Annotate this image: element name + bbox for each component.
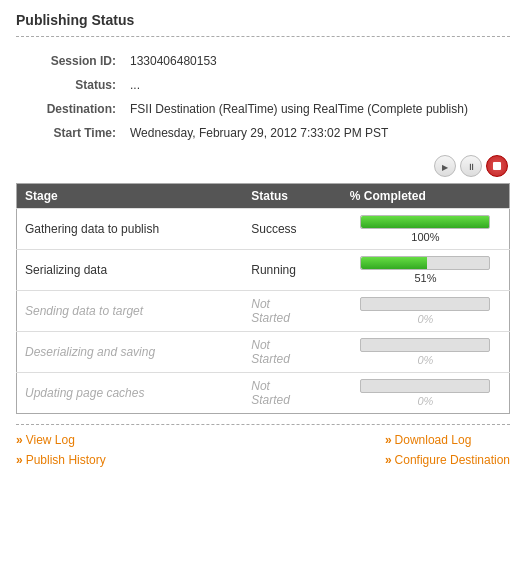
download-log-link[interactable]: Download Log [385,433,510,447]
stage-status: NotStarted [243,373,342,414]
table-row: Sending data to targetNotStarted0% [17,291,510,332]
stage-name: Sending data to target [17,291,244,332]
progress-label: 0% [417,313,433,325]
progress-bar-bg [360,379,490,393]
session-id-label: Session ID: [16,49,126,73]
view-log-link[interactable]: View Log [16,433,106,447]
stage-name: Gathering data to publish [17,209,244,250]
destination-label: Destination: [16,97,126,121]
footer-right: Download LogConfigure Destination [385,433,510,467]
session-id-value: 1330406480153 [126,49,510,73]
stage-name: Serializing data [17,250,244,291]
progress-label: 51% [414,272,436,284]
table-row: Serializing dataRunning51% [17,250,510,291]
stage-status: Success [243,209,342,250]
stage-status: Running [243,250,342,291]
stage-name: Deserializing and saving [17,332,244,373]
stage-pct: 51% [342,250,510,291]
stage-status: NotStarted [243,332,342,373]
progress-label: 0% [417,395,433,407]
stage-pct: 0% [342,373,510,414]
col-stage: Stage [17,184,244,209]
stage-status: NotStarted [243,291,342,332]
stage-pct: 0% [342,291,510,332]
destination-value: FSII Destination (RealTime) using RealTi… [126,97,510,121]
play-button[interactable] [434,155,456,177]
footer-links: View LogPublish History Download LogConf… [16,424,510,467]
stage-pct: 100% [342,209,510,250]
table-row: Updating page cachesNotStarted0% [17,373,510,414]
publish-history-link[interactable]: Publish History [16,453,106,467]
stage-pct: 0% [342,332,510,373]
info-table: Session ID: 1330406480153 Status: ... De… [16,49,510,145]
configure-destination-link[interactable]: Configure Destination [385,453,510,467]
progress-bar-bg [360,297,490,311]
stages-table: Stage Status % Completed Gathering data … [16,183,510,414]
controls-row [16,155,510,177]
table-row: Deserializing and savingNotStarted0% [17,332,510,373]
progress-bar-bg [360,256,490,270]
col-pct: % Completed [342,184,510,209]
progress-label: 0% [417,354,433,366]
stop-button[interactable] [486,155,508,177]
status-value: ... [126,73,510,97]
title-divider [16,36,510,37]
progress-bar-fill [361,216,489,228]
start-time-label: Start Time: [16,121,126,145]
pause-button[interactable] [460,155,482,177]
progress-label: 100% [411,231,439,243]
start-time-value: Wednesday, February 29, 2012 7:33:02 PM … [126,121,510,145]
progress-bar-bg [360,215,490,229]
progress-bar-fill [361,257,426,269]
table-row: Gathering data to publishSuccess100% [17,209,510,250]
stage-name: Updating page caches [17,373,244,414]
progress-bar-bg [360,338,490,352]
status-label: Status: [16,73,126,97]
footer-left: View LogPublish History [16,433,106,467]
col-status: Status [243,184,342,209]
page-title: Publishing Status [16,12,510,28]
